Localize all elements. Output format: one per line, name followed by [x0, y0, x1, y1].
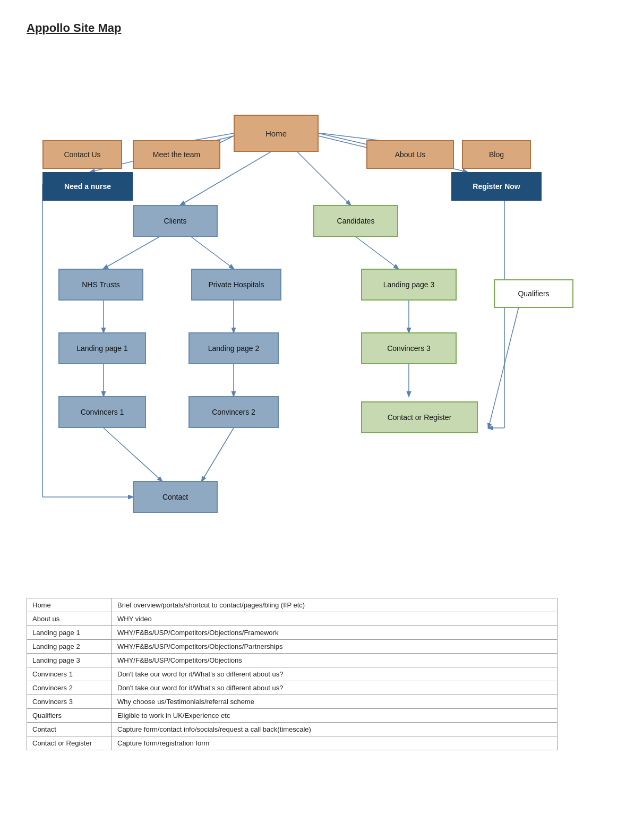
- svg-line-14: [104, 428, 162, 481]
- node-need-nurse: Need a nurse: [42, 172, 133, 201]
- node-convincers-2: Convincers 2: [188, 396, 279, 428]
- node-candidates: Candidates: [313, 205, 398, 237]
- table-row: Convincers 1Don't take our word for it/W…: [27, 667, 558, 681]
- table-row: ContactCapture form/contact info/socials…: [27, 723, 558, 736]
- node-convincers-3: Convincers 3: [361, 332, 457, 364]
- svg-line-7: [297, 152, 350, 205]
- svg-line-18: [356, 237, 398, 269]
- page-title: Appollo Site Map: [27, 21, 599, 35]
- node-contact-or-register: Contact or Register: [361, 401, 478, 433]
- node-blog: Blog: [462, 140, 531, 169]
- node-landing-page-3: Landing page 3: [361, 269, 457, 301]
- node-register-now: Register Now: [451, 172, 542, 201]
- sitemap-diagram: Home Contact Us Meet the team About Us B…: [27, 56, 589, 577]
- svg-line-9: [191, 237, 234, 269]
- node-about-us: About Us: [366, 140, 454, 169]
- table-row: Convincers 3Why choose us/Testimonials/r…: [27, 695, 558, 709]
- node-meet-team: Meet the team: [133, 140, 220, 169]
- node-nhs-trusts: NHS Trusts: [58, 269, 143, 301]
- table-row: About usWHY video: [27, 612, 558, 626]
- legend-table: HomeBrief overview/portals/shortcut to c…: [27, 598, 558, 750]
- node-landing-page-2: Landing page 2: [188, 332, 279, 364]
- node-convincers-1: Convincers 1: [58, 396, 146, 428]
- table-row: Landing page 1WHY/F&Bs/USP/Competitors/O…: [27, 626, 558, 640]
- node-home: Home: [234, 115, 319, 152]
- table-row: HomeBrief overview/portals/shortcut to c…: [27, 598, 558, 612]
- table-row: Landing page 2WHY/F&Bs/USP/Competitors/O…: [27, 640, 558, 654]
- node-clients: Clients: [133, 205, 218, 237]
- node-contact-us: Contact Us: [42, 140, 122, 169]
- node-landing-page-1: Landing page 1: [58, 332, 146, 364]
- svg-line-8: [104, 237, 159, 269]
- svg-line-21: [488, 301, 520, 428]
- table-row: Convincers 2Don't take our word for it/W…: [27, 681, 558, 695]
- node-private-hospitals: Private Hospitals: [191, 269, 281, 301]
- table-row: QualifiersEligible to work in UK/Experie…: [27, 709, 558, 723]
- svg-line-15: [202, 428, 234, 481]
- table-row: Contact or RegisterCapture form/registra…: [27, 736, 558, 750]
- node-qualifiers: Qualifiers: [494, 279, 573, 308]
- node-contact: Contact: [133, 481, 218, 513]
- table-row: Landing page 3WHY/F&Bs/USP/Competitors/O…: [27, 654, 558, 667]
